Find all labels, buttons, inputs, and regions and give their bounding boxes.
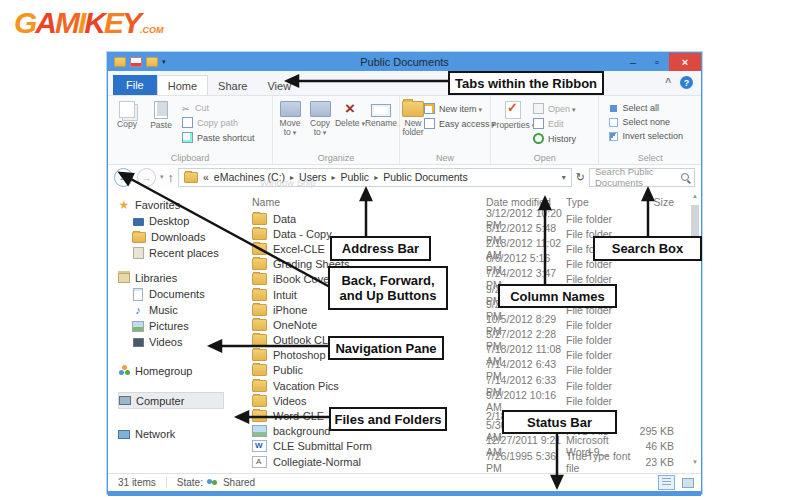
sidebar-item-downloads[interactable]: Downloads <box>118 229 242 245</box>
address-dropdown-caret-icon[interactable]: ▾ <box>562 173 566 182</box>
vertical-scrollbar[interactable]: ▲ ▼ <box>689 193 701 465</box>
breadcrumb-segment[interactable]: Public Documents <box>383 171 468 183</box>
cut-button[interactable]: Cut <box>182 103 255 113</box>
file-row[interactable]: Outlook CLE3/27/2012 2:28 PMFile folder <box>242 333 701 348</box>
scroll-down-icon[interactable]: ▼ <box>689 459 701 465</box>
sidebar-item-desktop[interactable]: Desktop <box>118 213 242 229</box>
tab-share[interactable]: Share <box>208 76 257 95</box>
new-item-button[interactable]: New item <box>424 103 495 114</box>
sidebar-item-videos[interactable]: Videos <box>118 334 242 350</box>
thumbnails-view-icon <box>682 478 694 488</box>
file-row[interactable]: Public7/14/2012 6:43 PMFile folder <box>242 363 701 378</box>
folder-icon <box>252 380 267 392</box>
file-row[interactable]: iPhone9/27/2012 12:22 PMFile folder <box>242 302 701 317</box>
copy-path-button[interactable]: Copy path <box>182 117 255 128</box>
videos-icon <box>133 338 144 347</box>
file-row[interactable]: Vacation Pics7/14/2012 6:33 PMFile folde… <box>242 378 701 393</box>
annotation-status-bar: Status Bar <box>502 410 617 434</box>
scroll-up-icon[interactable]: ▲ <box>689 193 701 199</box>
move-to-button[interactable]: Move to <box>275 99 305 152</box>
breadcrumb-segment[interactable]: Public <box>341 171 370 183</box>
sidebar-item-music[interactable]: Music <box>118 302 242 318</box>
navigation-pane: Favorites Desktop Downloads Recent place… <box>108 189 242 473</box>
paste-shortcut-icon <box>182 132 193 143</box>
tab-view[interactable]: View <box>257 76 301 95</box>
logo-letter: M <box>55 6 78 39</box>
paste-shortcut-button[interactable]: Paste shortcut <box>182 132 255 143</box>
history-button[interactable]: History <box>533 133 576 144</box>
qat-customize-caret-icon[interactable]: ▾ <box>162 58 166 66</box>
help-icon[interactable]: ? <box>680 76 693 89</box>
sidebar-item-favorites[interactable]: Favorites <box>118 197 242 213</box>
group-label-organize: Organize <box>273 153 399 163</box>
file-row[interactable]: Photoshop7/18/2012 11:08 AMFile folder <box>242 348 701 363</box>
group-label-new: New <box>400 153 490 163</box>
homegroup-icon <box>118 365 130 377</box>
sidebar-item-libraries[interactable]: Libraries <box>118 270 242 286</box>
rename-button[interactable]: Rename <box>365 99 397 152</box>
file-row[interactable]: Word-CLE2/18/2012 11:0File folder <box>242 408 701 423</box>
details-view-button[interactable] <box>658 475 675 490</box>
quick-access-toolbar[interactable]: ▾ <box>114 57 166 67</box>
easy-access-button[interactable]: Easy access <box>424 118 495 129</box>
column-header-name[interactable]: Name <box>242 196 486 208</box>
search-icon[interactable] <box>681 173 689 181</box>
properties-button[interactable]: Properties <box>493 99 533 152</box>
logo-suffix: .COM <box>140 25 164 35</box>
paste-button[interactable]: Paste <box>144 99 178 152</box>
folder-icon <box>252 258 267 270</box>
network-icon <box>118 430 130 439</box>
copy-to-icon <box>310 101 331 117</box>
folder-icon <box>252 395 267 407</box>
copy-button[interactable]: Copy <box>110 99 144 152</box>
group-label-clipboard: Clipboard <box>108 153 272 163</box>
recent-pages-caret-icon[interactable]: ▾ <box>160 173 164 181</box>
open-button[interactable]: Open <box>533 103 576 114</box>
file-row[interactable]: Videos9/2/2012 10:16 AMFile folder <box>242 393 701 408</box>
sidebar-item-pictures[interactable]: Pictures <box>118 318 242 334</box>
address-bar[interactable]: « eMachines (C:) ▸ Users ▸ Public ▸ Publ… <box>178 168 572 187</box>
edit-button[interactable]: Edit <box>533 118 576 129</box>
copy-to-button[interactable]: Copy to <box>305 99 335 152</box>
tab-file[interactable]: File <box>113 75 157 95</box>
sidebar-item-computer[interactable]: Computer <box>118 392 224 409</box>
column-header-type[interactable]: Type <box>566 196 636 208</box>
file-row[interactable]: Data3/12/2012 10:20 PMFile folder <box>242 211 701 226</box>
annotation-search-box: Search Box <box>593 236 702 261</box>
documents-icon <box>133 288 143 301</box>
minimize-button[interactable]: – <box>621 53 645 71</box>
file-row[interactable]: Collegiate-Normal7/26/1995 5:36 PMTrueTy… <box>242 454 701 469</box>
file-row[interactable]: iBook Covers7/24/2012 3:47 PMFile folder <box>242 272 701 287</box>
window-title: Public Documents <box>108 56 701 68</box>
qat-new-folder-icon[interactable] <box>146 57 158 67</box>
select-all-button[interactable]: Select all <box>609 103 683 113</box>
ribbon-tab-bar: File Home Share View ^ ? <box>108 71 701 96</box>
new-folder-button[interactable]: New folder <box>402 99 424 152</box>
history-icon <box>533 133 544 144</box>
up-button[interactable]: ↑ <box>168 171 175 184</box>
minimize-ribbon-icon[interactable]: ^ <box>665 77 671 88</box>
search-box[interactable]: Search Public Documents <box>589 168 695 187</box>
sidebar-item-documents[interactable]: Documents <box>118 286 242 302</box>
sidebar-item-homegroup[interactable]: Homegroup <box>118 363 242 379</box>
back-button[interactable]: ← <box>114 168 133 187</box>
file-row[interactable]: OneNote10/5/2012 8:29 PMFile folder <box>242 317 701 332</box>
qat-folder-icon[interactable] <box>114 57 126 67</box>
sidebar-item-recent-places[interactable]: Recent places <box>118 245 242 261</box>
tab-home[interactable]: Home <box>157 75 208 95</box>
invert-selection-button[interactable]: Invert selection <box>609 131 683 141</box>
forward-button[interactable]: → <box>137 168 156 187</box>
shared-state-icon <box>207 478 219 488</box>
file-row[interactable]: Intuit9/26/2012 6:01 PMFile folder <box>242 287 701 302</box>
thumbnails-view-button[interactable] <box>679 475 696 490</box>
sidebar-item-network[interactable]: Network <box>118 426 242 442</box>
refresh-icon[interactable]: ↻ <box>576 171 585 184</box>
select-none-button[interactable]: Select none <box>609 117 683 127</box>
word-file-icon <box>252 440 267 452</box>
title-bar[interactable]: ▾ Public Documents – ▫ × <box>108 53 701 71</box>
pictures-icon <box>132 321 144 332</box>
maximize-button[interactable]: ▫ <box>645 53 669 71</box>
close-button[interactable]: × <box>669 53 701 71</box>
delete-button[interactable]: × Delete <box>335 99 365 152</box>
qat-properties-icon[interactable] <box>130 57 142 67</box>
